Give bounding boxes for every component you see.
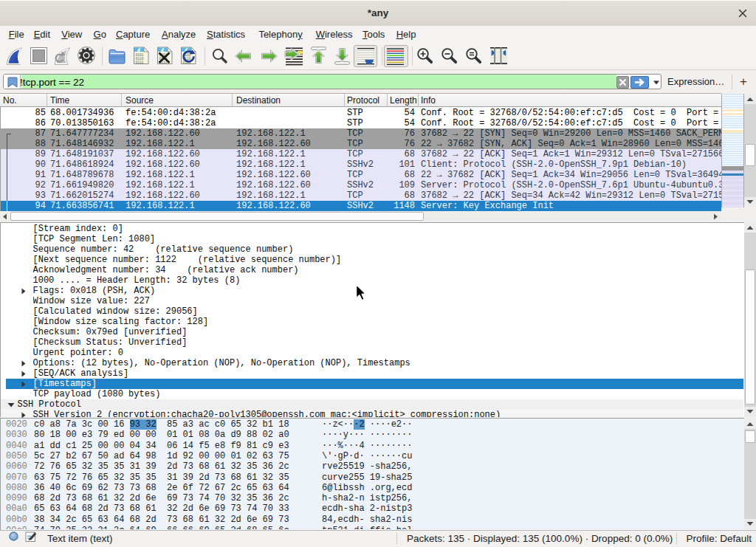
svg-text:0111: 0111 [136, 61, 144, 64]
